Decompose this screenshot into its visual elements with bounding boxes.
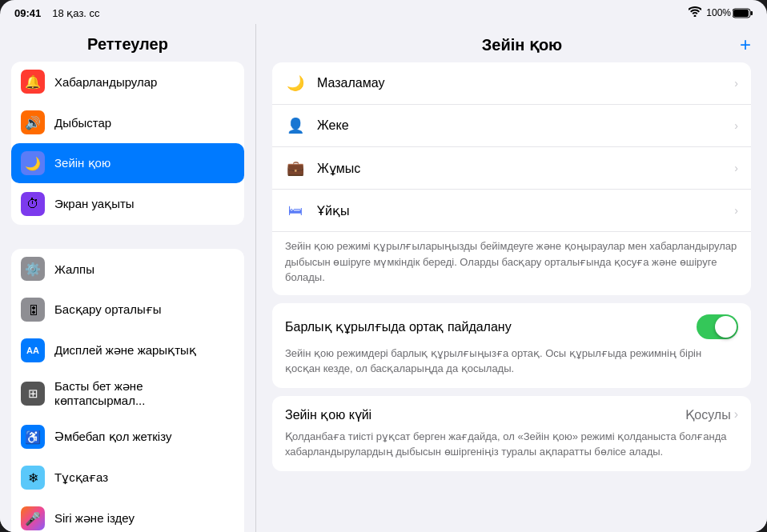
focus-status-row[interactable]: Зейін қою күйі Қосулы › xyxy=(285,407,738,422)
sidebar-item-notifications[interactable]: 🔔 Хабарландырулар xyxy=(11,62,244,102)
sleep-icon: 🛏 xyxy=(285,200,306,221)
add-focus-button[interactable]: + xyxy=(740,35,751,54)
sleep-chevron: › xyxy=(734,204,738,217)
status-date: 18 қаз. сс xyxy=(52,7,99,19)
focus-mode-personal[interactable]: 👤 Жеке › xyxy=(272,105,751,147)
sidebar-item-sounds[interactable]: 🔊 Дыбыстар xyxy=(11,102,244,142)
sidebar-item-focus[interactable]: 🌙 Зейін қою xyxy=(11,143,244,183)
sidebar-item-controlcenter[interactable]: 🎛 Басқару орталығы xyxy=(11,290,244,330)
status-bar: 09:41 18 қаз. сс 100% xyxy=(0,0,767,24)
sleep-label: Ұйқы xyxy=(317,203,723,218)
sidebar-item-wallpaper[interactable]: ❄ Тұсқағаз xyxy=(11,458,244,498)
sidebar-item-homescreen-label: Басты бет және көптапсырмал... xyxy=(54,379,235,408)
share-toggle-row: Барлық құрылғыда ортақ пайдалану xyxy=(285,314,738,339)
main-content: Реттеулер 🔔 Хабарландырулар 🔊 Дыбыстар xyxy=(0,24,767,532)
general-icon: ⚙️ xyxy=(21,257,45,281)
sidebar-item-general[interactable]: ⚙️ Жалпы xyxy=(11,249,244,289)
sidebar-item-controlcenter-label: Басқару орталығы xyxy=(54,302,162,317)
focus-modes-group: 🌙 Мазаламау › 👤 Жеке › 💼 Жұмыс › 🛏 Ұйқы xyxy=(272,62,751,295)
focus-status-desc: Қолданбаға тиісті рұқсат берген жағдайда… xyxy=(285,429,738,460)
donotdisturb-chevron: › xyxy=(734,77,738,90)
sidebar: Реттеулер 🔔 Хабарландырулар 🔊 Дыбыстар xyxy=(0,24,256,532)
sidebar-group-1: 🔔 Хабарландырулар 🔊 Дыбыстар 🌙 Зейін қою xyxy=(11,62,244,225)
sidebar-item-sounds-label: Дыбыстар xyxy=(54,116,111,130)
focus-mode-work[interactable]: 💼 Жұмыс › xyxy=(272,147,751,190)
sidebar-header: Реттеулер xyxy=(0,24,255,62)
share-description: Зейін қою режимдері барлық құрылғыңызға … xyxy=(285,346,738,377)
svg-rect-2 xyxy=(751,11,753,15)
sidebar-item-notifications-label: Хабарландырулар xyxy=(54,75,157,89)
work-icon: 💼 xyxy=(285,158,306,178)
share-toggle[interactable] xyxy=(697,314,738,339)
status-time: 09:41 xyxy=(14,7,41,19)
wifi-icon xyxy=(689,6,701,19)
svg-rect-1 xyxy=(733,10,749,17)
work-label: Жұмыс xyxy=(317,161,723,176)
donotdisturb-label: Мазаламау xyxy=(317,76,723,90)
sidebar-list: 🔔 Хабарландырулар 🔊 Дыбыстар 🌙 Зейін қою xyxy=(0,62,255,532)
screentime-icon: ⏱ xyxy=(21,192,45,216)
share-section: Барлық құрылғыда ортақ пайдалану Зейін қ… xyxy=(272,303,751,388)
status-right-icons: 100% xyxy=(689,6,753,19)
sidebar-title: Реттеулер xyxy=(87,35,168,53)
detail-content: 🌙 Мазаламау › 👤 Жеке › 💼 Жұмыс › 🛏 Ұйқы xyxy=(256,62,767,532)
sidebar-group-2: ⚙️ Жалпы 🎛 Басқару орталығы AA Дисплей ж… xyxy=(11,249,244,532)
focus-status-chevron: › xyxy=(734,407,738,422)
work-chevron: › xyxy=(734,162,738,174)
share-label: Барлық құрылғыда ортақ пайдалану xyxy=(285,319,687,334)
sidebar-item-display[interactable]: AA Дисплей және жарықтық xyxy=(11,330,244,370)
detail-title: Зейін қою xyxy=(304,35,740,54)
donotdisturb-icon: 🌙 xyxy=(285,73,306,94)
accessibility-icon: ♿ xyxy=(21,425,45,449)
wallpaper-icon: ❄ xyxy=(21,466,45,490)
sidebar-item-screentime[interactable]: ⏱ Экран уақыты xyxy=(11,184,244,224)
focus-status-label: Зейін қою күйі xyxy=(285,407,371,422)
controlcenter-icon: 🎛 xyxy=(21,298,45,322)
personal-chevron: › xyxy=(734,119,738,132)
sounds-icon: 🔊 xyxy=(21,110,45,134)
sidebar-item-wallpaper-label: Тұсқағаз xyxy=(54,470,108,485)
battery-icon: 100% xyxy=(706,7,753,18)
detail-panel: Зейін қою + 🌙 Мазаламау › 👤 Жеке › 💼 Жұм xyxy=(256,24,767,532)
sidebar-item-homescreen[interactable]: ⊞ Басты бет және көптапсырмал... xyxy=(11,371,244,416)
sidebar-item-siri[interactable]: 🎤 Siri және іздеу xyxy=(11,498,244,532)
sidebar-item-focus-label: Зейін қою xyxy=(54,156,110,170)
sidebar-item-accessibility-label: Әмбебап қол жеткізу xyxy=(54,430,171,444)
personal-icon: 👤 xyxy=(285,115,306,136)
focus-icon: 🌙 xyxy=(21,151,45,175)
focus-mode-donotdisturb[interactable]: 🌙 Мазаламау › xyxy=(272,62,751,105)
focus-status-value: Қосулы › xyxy=(685,407,738,422)
sidebar-item-display-label: Дисплей және жарықтық xyxy=(54,343,196,358)
sidebar-item-siri-label: Siri және іздеу xyxy=(54,511,135,526)
detail-header: Зейін қою + xyxy=(256,24,767,62)
focus-mode-sleep[interactable]: 🛏 Ұйқы › xyxy=(272,190,751,232)
sidebar-item-accessibility[interactable]: ♿ Әмбебап қол жеткізу xyxy=(11,417,244,457)
notifications-icon: 🔔 xyxy=(21,70,45,94)
display-icon: AA xyxy=(21,338,45,362)
focus-status-section: Зейін қою күйі Қосулы › Қолданбаға тиіст… xyxy=(272,396,751,471)
siri-icon: 🎤 xyxy=(21,506,45,530)
sidebar-item-general-label: Жалпы xyxy=(54,262,94,276)
personal-label: Жеке xyxy=(317,118,723,133)
focus-description: Зейін қою режимі құрылғыларыңызды бейімд… xyxy=(272,232,751,295)
sidebar-item-screentime-label: Экран уақыты xyxy=(54,197,135,211)
sidebar-separator xyxy=(11,233,244,249)
homescreen-icon: ⊞ xyxy=(21,382,45,406)
